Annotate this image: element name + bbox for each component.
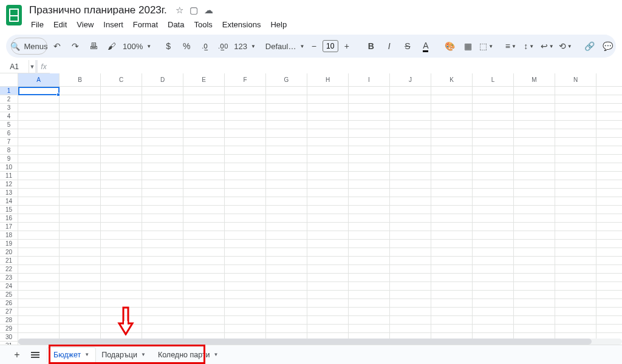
cell[interactable]: [142, 112, 183, 121]
cell[interactable]: [101, 138, 142, 146]
cell[interactable]: [101, 274, 142, 282]
cell[interactable]: [307, 282, 349, 291]
cell[interactable]: [307, 87, 349, 95]
cell[interactable]: [266, 240, 307, 248]
cell[interactable]: [349, 214, 390, 223]
cell[interactable]: [431, 299, 473, 308]
cell[interactable]: [473, 104, 514, 112]
cell[interactable]: [514, 240, 555, 248]
cell[interactable]: [514, 163, 555, 172]
cell[interactable]: [183, 197, 225, 206]
cell[interactable]: [101, 87, 142, 95]
row-header[interactable]: 13: [0, 189, 18, 197]
cell[interactable]: [142, 172, 183, 180]
menu-extensions[interactable]: Extensions: [218, 18, 265, 31]
cell[interactable]: [18, 146, 60, 155]
sheet-tab[interactable]: Бюджет▼: [47, 348, 95, 362]
cell[interactable]: [473, 197, 514, 206]
menu-file[interactable]: File: [27, 18, 48, 31]
cell[interactable]: [101, 180, 142, 189]
menu-data[interactable]: Data: [163, 18, 188, 31]
decrease-decimal-button[interactable]: .0̲: [196, 38, 213, 55]
cell[interactable]: [390, 316, 431, 325]
cell[interactable]: [307, 299, 349, 308]
sheets-app-icon[interactable]: [6, 5, 22, 25]
cell[interactable]: [266, 155, 307, 163]
cell[interactable]: [183, 172, 225, 180]
cell[interactable]: [307, 155, 349, 163]
cell[interactable]: [183, 265, 225, 274]
column-header[interactable]: N: [555, 73, 596, 86]
currency-button[interactable]: $: [160, 38, 177, 55]
row-header[interactable]: 9: [0, 155, 18, 163]
cell[interactable]: [225, 87, 266, 95]
cell[interactable]: [349, 240, 390, 248]
cell[interactable]: [101, 163, 142, 172]
cell[interactable]: [225, 138, 266, 146]
cell[interactable]: [225, 163, 266, 172]
cell[interactable]: [225, 223, 266, 231]
cell[interactable]: [555, 231, 596, 240]
column-header[interactable]: D: [142, 73, 183, 86]
zoom-select[interactable]: 100%▼: [121, 42, 152, 51]
cloud-saved-icon[interactable]: ☁: [204, 5, 213, 16]
cell[interactable]: [183, 248, 225, 257]
star-icon[interactable]: ☆: [176, 5, 183, 16]
cell[interactable]: [101, 308, 142, 316]
cell[interactable]: [349, 112, 390, 121]
cell[interactable]: [555, 308, 596, 316]
cell[interactable]: [390, 104, 431, 112]
cell[interactable]: [349, 189, 390, 197]
print-button[interactable]: 🖶: [85, 38, 102, 55]
column-header[interactable]: F: [225, 73, 266, 86]
cell[interactable]: [514, 146, 555, 155]
cell[interactable]: [431, 274, 473, 282]
cell[interactable]: [514, 197, 555, 206]
cell[interactable]: [514, 248, 555, 257]
cell[interactable]: [142, 189, 183, 197]
move-folder-icon[interactable]: ▢: [190, 5, 198, 16]
cell[interactable]: [349, 265, 390, 274]
formula-bar[interactable]: [50, 60, 622, 73]
cell[interactable]: [18, 265, 60, 274]
row-header[interactable]: 18: [0, 231, 18, 240]
cell[interactable]: [101, 155, 142, 163]
cell[interactable]: [101, 291, 142, 299]
cell[interactable]: [473, 155, 514, 163]
cell[interactable]: [390, 325, 431, 333]
cell[interactable]: [514, 299, 555, 308]
cell[interactable]: [431, 146, 473, 155]
cell[interactable]: [390, 129, 431, 138]
row-header[interactable]: 3: [0, 104, 18, 112]
tab-menu-arrow[interactable]: ▼: [84, 352, 89, 357]
all-sheets-button[interactable]: [29, 349, 41, 361]
cell[interactable]: [183, 95, 225, 104]
cell[interactable]: [142, 223, 183, 231]
row-header[interactable]: 25: [0, 291, 18, 299]
cell[interactable]: [18, 206, 60, 214]
cell[interactable]: [555, 248, 596, 257]
cell[interactable]: [307, 231, 349, 240]
cell[interactable]: [225, 155, 266, 163]
cell[interactable]: [555, 206, 596, 214]
column-header[interactable]: A: [18, 73, 60, 86]
cell[interactable]: [60, 299, 101, 308]
cell[interactable]: [266, 299, 307, 308]
cell[interactable]: [183, 257, 225, 265]
cell[interactable]: [349, 325, 390, 333]
cell[interactable]: [307, 146, 349, 155]
cell[interactable]: [473, 257, 514, 265]
row-header[interactable]: 14: [0, 197, 18, 206]
cell[interactable]: [266, 138, 307, 146]
cell[interactable]: [183, 129, 225, 138]
cell[interactable]: [18, 308, 60, 316]
cell[interactable]: [225, 197, 266, 206]
cell[interactable]: [142, 248, 183, 257]
cell[interactable]: [18, 163, 60, 172]
cell[interactable]: [390, 95, 431, 104]
cell[interactable]: [101, 197, 142, 206]
cell[interactable]: [473, 172, 514, 180]
cell[interactable]: [390, 265, 431, 274]
cell[interactable]: [142, 325, 183, 333]
cell[interactable]: [473, 112, 514, 121]
